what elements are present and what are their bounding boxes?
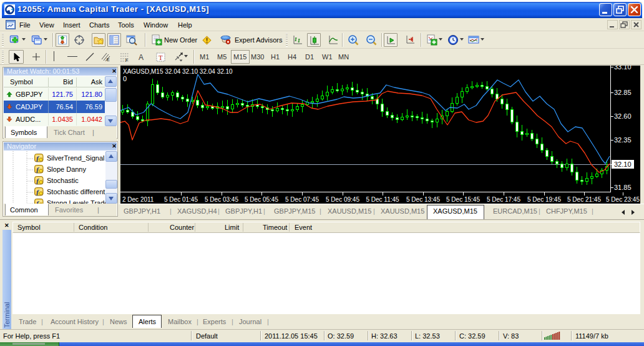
svg-text:32.35: 32.35 [614, 136, 632, 144]
svg-text:32.60: 32.60 [614, 112, 632, 120]
svg-text:5 Dec 19:45: 5 Dec 19:45 [527, 196, 561, 203]
svg-text:5 Dec 23:45: 5 Dec 23:45 [606, 196, 640, 203]
svg-text:5 Dec 03:45: 5 Dec 03:45 [205, 196, 238, 203]
svg-text:5 Dec 21:45: 5 Dec 21:45 [567, 196, 601, 203]
svg-text:32.85: 32.85 [614, 89, 632, 96]
svg-text:32.10: 32.10 [614, 161, 632, 168]
svg-text:5 Dec 07:45: 5 Dec 07:45 [285, 196, 319, 203]
svg-text:5 Dec 01:45: 5 Dec 01:45 [164, 196, 198, 203]
svg-text:T: T [159, 54, 163, 61]
svg-text:5 Dec 05:45: 5 Dec 05:45 [245, 196, 278, 203]
svg-text:2 Dec 2011: 2 Dec 2011 [122, 196, 154, 203]
svg-text:0: 0 [123, 75, 127, 82]
svg-text:31.85: 31.85 [614, 184, 632, 191]
svg-text:33.10: 33.10 [614, 66, 632, 71]
svg-text:F: F [125, 58, 128, 62]
svg-text:5 Dec 09:45: 5 Dec 09:45 [326, 196, 359, 203]
svg-text:Terminal: Terminal [3, 302, 11, 328]
svg-text:5 Dec 11:45: 5 Dec 11:45 [366, 196, 399, 203]
svg-text:E: E [107, 57, 110, 62]
svg-text:5 Dec 13:45: 5 Dec 13:45 [406, 196, 440, 203]
svg-text:5 Dec 17:45: 5 Dec 17:45 [487, 196, 520, 203]
svg-text:5 Dec 15:45: 5 Dec 15:45 [446, 196, 480, 203]
svg-text:XAGUSD,M15 32.04 32.10 32.04: XAGUSD,M15 32.04 32.10 32.04 32.10 [123, 68, 233, 75]
